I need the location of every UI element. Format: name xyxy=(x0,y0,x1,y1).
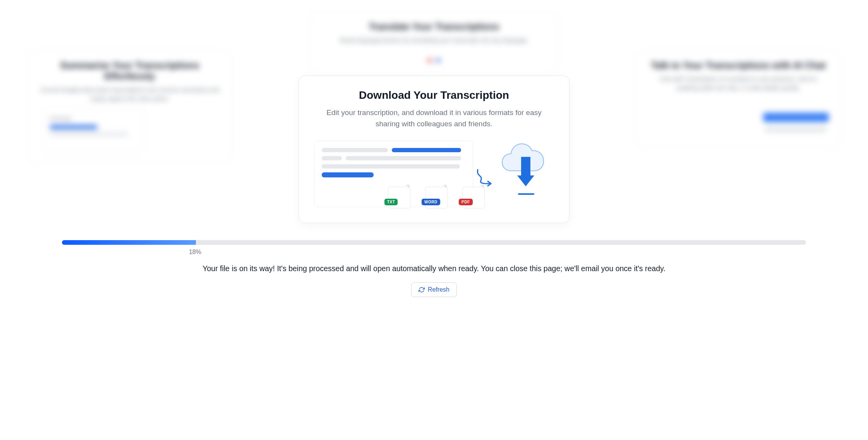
progress-bar-fill xyxy=(62,240,196,245)
download-illustration: TXT WORD PDF xyxy=(314,141,554,207)
bg-card-title: Translate Your Transcriptions xyxy=(322,21,546,32)
format-badge-pdf: PDF xyxy=(459,199,473,205)
cloud-download-icon xyxy=(496,141,554,192)
bg-panel-label: Summary xyxy=(50,115,137,121)
svg-rect-0 xyxy=(521,157,530,176)
progress-area: 18% Your file is on its way! It's being … xyxy=(0,240,868,297)
download-card: Download Your Transcription Edit your tr… xyxy=(298,76,570,223)
bg-card-subtitle: Convert lengthy discussion transcription… xyxy=(39,86,220,103)
format-txt: TXT xyxy=(384,184,414,208)
bg-card-title: Talk to Your Transcriptions with AI Chat xyxy=(648,60,829,71)
format-file-row: TXT WORD PDF xyxy=(384,184,488,208)
bg-card-title: Summarize Your Transcriptions Effortless… xyxy=(39,60,220,82)
refresh-button[interactable]: Refresh xyxy=(411,282,457,297)
format-badge-word: WORD xyxy=(422,199,440,205)
download-card-subtitle: Edit your transcription, and download it… xyxy=(314,107,554,130)
download-card-title: Download Your Transcription xyxy=(314,89,554,101)
bg-card-aichat: Talk to Your Transcriptions with AI Chat… xyxy=(636,50,841,147)
doc-preview: TXT WORD PDF xyxy=(314,141,473,207)
format-word: WORD xyxy=(422,184,451,208)
format-pdf: PDF xyxy=(459,184,488,208)
progress-status-text: Your file is on its way! It's being proc… xyxy=(202,264,666,273)
bg-card-subtitle: Break language barriers by translating y… xyxy=(322,36,546,45)
bg-card-summarize: Summarize Your Transcriptions Effortless… xyxy=(27,50,232,163)
progress-bar xyxy=(62,240,806,245)
bg-card-translate: Translate Your Transcriptions Break lang… xyxy=(310,12,558,74)
progress-percent: 18% xyxy=(189,249,201,256)
bg-card-subtitle: Chat with Transkriptor's AI assistant to… xyxy=(648,75,829,92)
refresh-icon xyxy=(419,287,425,293)
refresh-button-label: Refresh xyxy=(428,286,449,293)
format-badge-txt: TXT xyxy=(384,199,398,205)
